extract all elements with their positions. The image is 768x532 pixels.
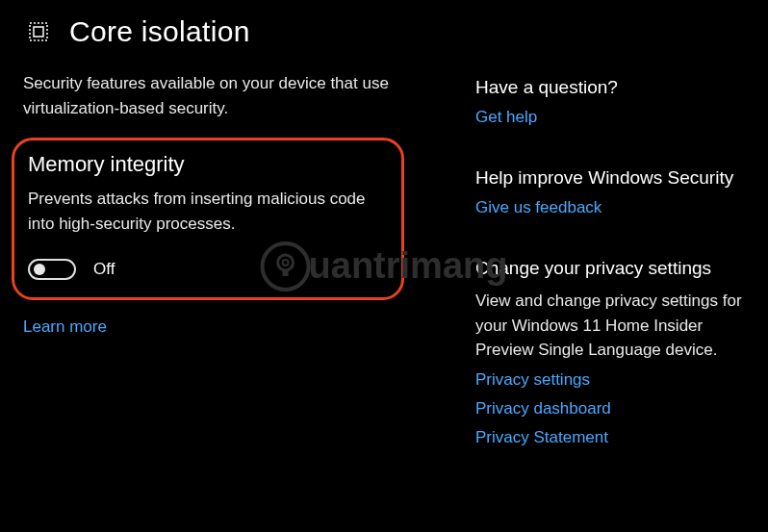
question-heading: Have a question? bbox=[475, 77, 745, 98]
toggle-state-label: Off bbox=[93, 260, 115, 279]
privacy-settings-link[interactable]: Privacy settings bbox=[475, 370, 745, 390]
privacy-dashboard-link[interactable]: Privacy dashboard bbox=[475, 399, 745, 418]
svg-rect-1 bbox=[34, 27, 43, 37]
question-section: Have a question? Get help bbox=[475, 77, 745, 127]
memory-integrity-description: Prevents attacks from inserting maliciou… bbox=[28, 187, 388, 236]
improve-section: Help improve Windows Security Give us fe… bbox=[475, 167, 745, 217]
core-isolation-icon bbox=[23, 16, 54, 47]
page-title: Core isolation bbox=[69, 15, 250, 48]
memory-integrity-section: Memory integrity Prevents attacks from i… bbox=[12, 138, 404, 300]
learn-more-link[interactable]: Learn more bbox=[23, 317, 418, 337]
improve-heading: Help improve Windows Security bbox=[475, 167, 745, 189]
memory-integrity-toggle[interactable] bbox=[28, 259, 76, 280]
privacy-heading: Change your privacy settings bbox=[475, 258, 745, 279]
memory-integrity-title: Memory integrity bbox=[28, 152, 388, 177]
main-content: Security features available on your devi… bbox=[23, 71, 418, 488]
privacy-statement-link[interactable]: Privacy Statement bbox=[475, 428, 745, 447]
feedback-link[interactable]: Give us feedback bbox=[475, 198, 745, 217]
intro-text: Security features available on your devi… bbox=[23, 71, 408, 120]
privacy-section: Change your privacy settings View and ch… bbox=[475, 258, 745, 447]
page-header: Core isolation bbox=[23, 15, 745, 48]
sidebar-content: Have a question? Get help Help improve W… bbox=[475, 71, 745, 488]
svg-rect-0 bbox=[30, 23, 47, 40]
privacy-description: View and change privacy settings for you… bbox=[475, 289, 745, 363]
get-help-link[interactable]: Get help bbox=[475, 108, 745, 127]
